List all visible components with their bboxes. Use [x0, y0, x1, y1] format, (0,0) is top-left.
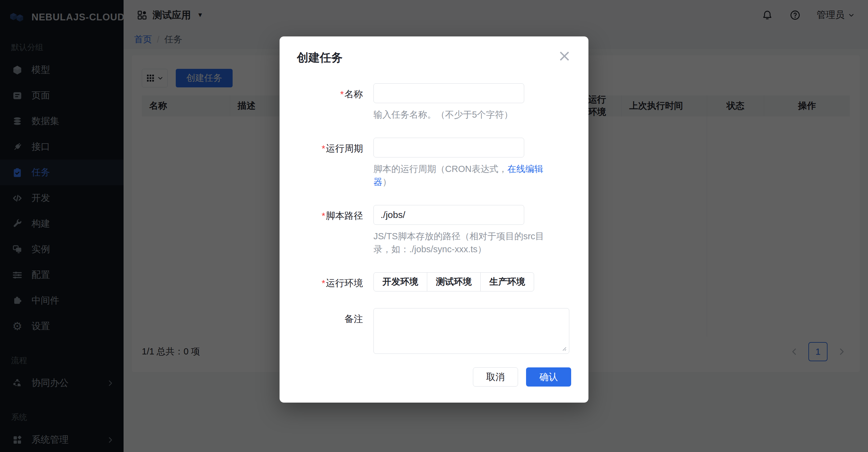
- form-row-cron: *运行周期 脚本的运行周期（CRON表达式，在线编辑器）: [297, 138, 571, 188]
- script-path-input[interactable]: [373, 205, 524, 225]
- form-row-environment: *运行环境 开发环境 测试环境 生产环境: [297, 272, 571, 291]
- required-mark: *: [321, 278, 325, 288]
- app-root: NEBULAJS-CLOUD 默认分组 模型 页面 数据集 接口: [0, 0, 868, 452]
- cron-help-text: 脚本的运行周期（CRON表达式，在线编辑器）: [373, 162, 559, 188]
- name-help-text: 输入任务名称。（不少于5个字符）: [373, 108, 559, 121]
- env-option-prod[interactable]: 生产环境: [480, 272, 534, 291]
- form-row-script-path: *脚本路径 JS/TS脚本存放的路径（相对于项目的src目录，如：./jobs/…: [297, 205, 571, 256]
- form-row-remark: 备注: [297, 308, 571, 355]
- required-mark: *: [321, 143, 325, 154]
- env-option-test[interactable]: 测试环境: [427, 272, 480, 291]
- name-field-label: 名称: [344, 89, 363, 99]
- remark-field-label: 备注: [344, 314, 363, 324]
- resize-handle-icon[interactable]: [561, 346, 567, 351]
- required-mark: *: [340, 89, 344, 99]
- close-icon[interactable]: ×: [558, 50, 571, 61]
- modal-footer: 取消 确认: [297, 367, 571, 387]
- path-help-text: JS/TS脚本存放的路径（相对于项目的src目录，如：./jobs/sync-x…: [373, 230, 559, 256]
- cron-input[interactable]: [373, 138, 524, 158]
- cancel-button[interactable]: 取消: [473, 367, 518, 387]
- env-field-label: 运行环境: [326, 278, 363, 288]
- path-field-label: 脚本路径: [326, 211, 363, 221]
- env-option-dev[interactable]: 开发环境: [373, 272, 427, 291]
- required-mark: *: [321, 211, 325, 221]
- environment-radio-group: 开发环境 测试环境 生产环境: [373, 272, 571, 291]
- modal-header: 创建任务 ×: [297, 50, 571, 65]
- form-row-name: *名称 输入任务名称。（不少于5个字符）: [297, 84, 571, 121]
- cron-field-label: 运行周期: [326, 143, 363, 154]
- modal-title: 创建任务: [297, 50, 343, 65]
- remark-textarea[interactable]: [373, 308, 569, 354]
- create-task-form: *名称 输入任务名称。（不少于5个字符） *运行周期 脚本的运行周期（CRON表…: [297, 84, 571, 355]
- name-input[interactable]: [373, 84, 524, 103]
- create-task-modal: 创建任务 × *名称 输入任务名称。（不少于5个字符） *运行周期 脚: [280, 36, 588, 402]
- confirm-button[interactable]: 确认: [526, 367, 571, 387]
